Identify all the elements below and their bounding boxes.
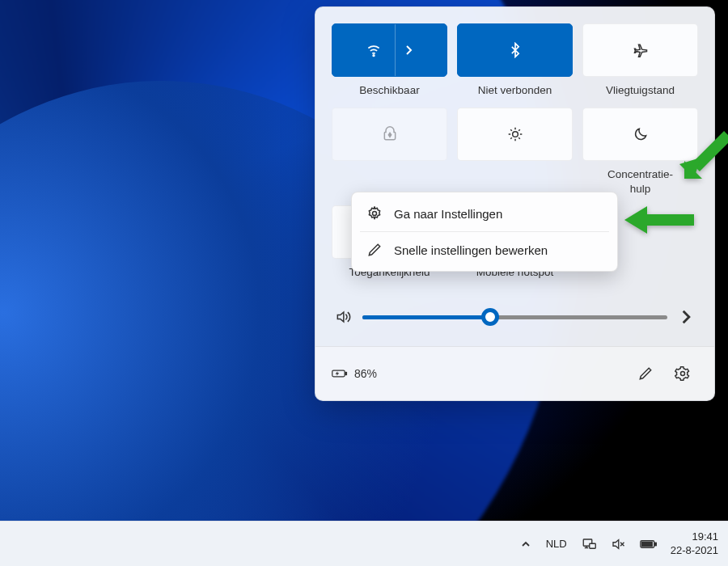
context-settings-label: Ga naar Instellingen <box>394 207 502 221</box>
svg-point-1 <box>512 132 518 137</box>
volume-expand-chevron[interactable] <box>679 309 695 325</box>
battery-text: 86% <box>354 367 377 380</box>
svg-point-4 <box>373 212 377 216</box>
tray-time: 19:41 <box>671 530 718 544</box>
brightness-icon <box>507 126 523 142</box>
tray-language[interactable]: NLD <box>544 534 569 553</box>
focus-assist-label: Concentratie-hulp <box>607 167 673 196</box>
wifi-icon <box>366 42 382 58</box>
pencil-icon <box>637 365 654 382</box>
chevron-up-icon <box>520 539 531 550</box>
context-separator <box>360 231 609 232</box>
bluetooth-icon <box>507 42 523 58</box>
tray-battery-icon[interactable] <box>638 535 659 553</box>
wifi-expand-chevron[interactable] <box>395 24 413 76</box>
context-go-to-settings[interactable]: Ga naar Instellingen <box>357 197 612 230</box>
context-menu: Ga naar Instellingen Snelle instellingen… <box>351 192 618 272</box>
context-edit-label: Snelle instellingen bewerken <box>394 243 548 257</box>
svg-rect-6 <box>345 373 347 375</box>
volume-slider-fill <box>362 315 490 319</box>
tray-network-icon[interactable] <box>580 534 598 555</box>
gear-icon <box>675 365 691 382</box>
airplane-label: Vliegtuigstand <box>606 83 675 98</box>
speaker-icon[interactable] <box>335 309 351 325</box>
battery-saver-icon <box>382 126 398 142</box>
chevron-right-icon <box>679 309 695 325</box>
panel-footer: 86% <box>315 346 714 400</box>
wifi-tile[interactable] <box>332 23 447 77</box>
airplane-tile[interactable] <box>582 23 698 77</box>
battery-charging-icon <box>332 365 348 382</box>
night-light-tile[interactable] <box>457 108 573 161</box>
svg-rect-9 <box>589 543 595 548</box>
wifi-label: Beschikbaar <box>359 83 419 98</box>
edit-quick-settings-button[interactable] <box>630 358 661 389</box>
pencil-icon <box>366 242 383 258</box>
svg-rect-12 <box>641 542 652 546</box>
tray-date: 22-8-2021 <box>671 544 718 558</box>
volume-row <box>332 302 698 332</box>
bluetooth-tile[interactable] <box>457 23 573 77</box>
moon-icon <box>633 126 649 142</box>
annotation-arrow-focus <box>678 129 728 188</box>
taskbar: NLD 19:41 22-8-2021 <box>0 521 728 566</box>
svg-rect-11 <box>654 543 656 545</box>
chevron-right-icon <box>405 44 413 56</box>
svg-point-0 <box>373 55 375 57</box>
bluetooth-label: Niet verbonden <box>478 83 552 98</box>
speaker-muted-icon <box>611 537 625 551</box>
gear-icon <box>366 205 383 222</box>
battery-status[interactable]: 86% <box>332 365 377 382</box>
battery-icon <box>640 539 658 550</box>
tray-volume-icon[interactable] <box>609 534 627 555</box>
system-tray: NLD 19:41 22-8-2021 <box>518 530 718 558</box>
tray-clock[interactable]: 19:41 22-8-2021 <box>671 530 718 558</box>
network-icon <box>582 537 596 551</box>
svg-point-7 <box>681 372 685 376</box>
all-settings-button[interactable] <box>667 358 698 389</box>
tray-overflow-chevron[interactable] <box>518 535 533 553</box>
volume-slider-thumb[interactable] <box>481 308 499 326</box>
annotation-arrow-settings <box>623 203 696 240</box>
airplane-icon <box>633 42 649 58</box>
battery-saver-tile[interactable] <box>332 108 447 161</box>
quick-settings-panel: Beschikbaar Niet verbonden Vliegtuigstan… <box>315 6 715 401</box>
volume-slider[interactable] <box>362 315 667 319</box>
context-edit-quick-settings[interactable]: Snelle instellingen bewerken <box>357 234 612 266</box>
